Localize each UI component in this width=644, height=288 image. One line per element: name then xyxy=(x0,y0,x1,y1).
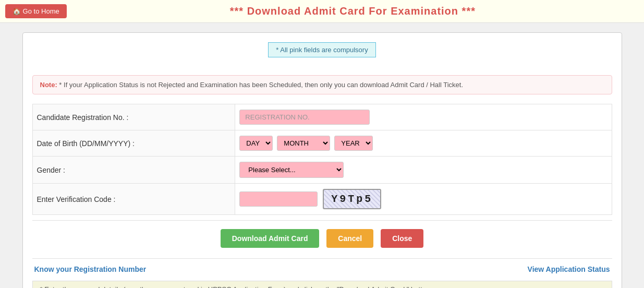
note-box: Note: * If your Application Status is no… xyxy=(32,75,612,94)
gender-select[interactable]: Please Select... Male Female Other xyxy=(239,162,344,178)
captcha-row: Enter Verification Code : Y9Tp5 xyxy=(32,184,612,215)
captcha-image: Y9Tp5 xyxy=(323,189,381,209)
form-table: Candidate Registration No. : Date of Bir… xyxy=(32,104,612,215)
registration-row: Candidate Registration No. : xyxy=(32,104,612,130)
know-registration-link[interactable]: Know your Registration Number xyxy=(34,265,147,273)
view-status-link[interactable]: View Application Status xyxy=(528,265,610,273)
download-admit-card-button[interactable]: Download Admit Card xyxy=(221,229,320,248)
note-label: Note: xyxy=(40,81,57,89)
captcha-cell: Y9Tp5 xyxy=(235,184,612,215)
footer-links: Know your Registration Number View Appli… xyxy=(32,258,612,278)
top-bar: 🏠 Go to Home *** Download Admit Card For… xyxy=(0,0,644,23)
page-title: *** Download Admit Card For Examination … xyxy=(67,5,639,17)
dob-row: Date of Birth (DD/MM/YYYY) : DAY 12345 6… xyxy=(32,130,612,157)
dob-cell: DAY 12345 678910 1112131415 1617181920 2… xyxy=(235,130,612,157)
cancel-button[interactable]: Cancel xyxy=(326,229,373,248)
dob-month-select[interactable]: MONTH JanuaryFebruaryMarchApril MayJuneJ… xyxy=(277,136,330,151)
note-text: * If your Application Status is not Reje… xyxy=(59,81,463,89)
registration-label: Candidate Registration No. : xyxy=(32,104,235,130)
dob-selects: DAY 12345 678910 1112131415 1617181920 2… xyxy=(239,136,607,151)
registration-input[interactable] xyxy=(239,110,370,125)
gender-cell: Please Select... Male Female Other xyxy=(235,157,612,184)
dob-label: Date of Birth (DD/MM/YYYY) : xyxy=(32,130,235,157)
buttons-row: Download Admit Card Cancel Close xyxy=(32,220,612,253)
captcha-input[interactable] xyxy=(239,191,318,207)
registration-cell xyxy=(235,104,612,130)
compulsory-wrapper: * All pink fields are compulsory xyxy=(32,42,612,67)
captcha-container: Y9Tp5 xyxy=(239,189,607,209)
main-container: * All pink fields are compulsory Note: *… xyxy=(22,32,622,288)
gender-label: Gender : xyxy=(32,157,235,184)
dob-day-select[interactable]: DAY 12345 678910 1112131415 1617181920 2… xyxy=(239,136,273,151)
home-button[interactable]: 🏠 Go to Home xyxy=(5,4,67,18)
gender-row: Gender : Please Select... Male Female Ot… xyxy=(32,157,612,184)
captcha-label: Enter Verification Code : xyxy=(32,184,235,215)
bottom-note: * Enter the personal details (exactly sa… xyxy=(32,281,612,288)
compulsory-notice: * All pink fields are compulsory xyxy=(268,42,375,57)
dob-year-select[interactable]: YEAR 19801981198219831984 19851986198719… xyxy=(334,136,373,151)
close-button[interactable]: Close xyxy=(381,229,423,248)
